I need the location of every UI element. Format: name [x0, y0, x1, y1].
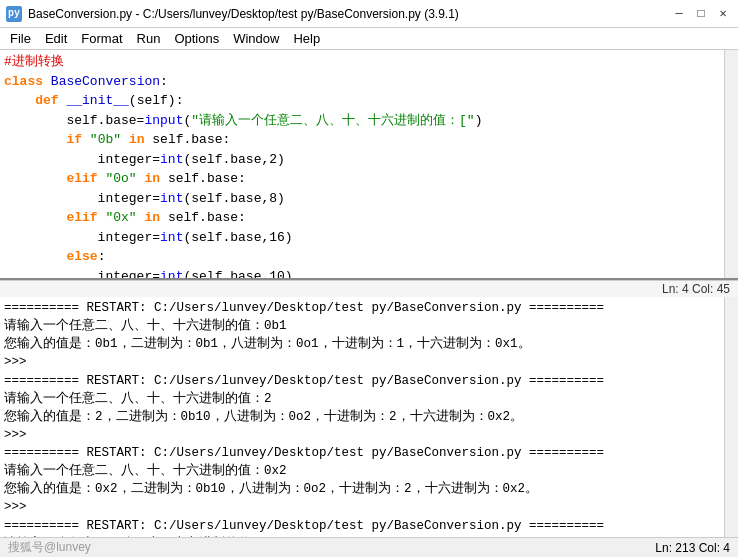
- app-icon: py: [6, 6, 22, 22]
- console-cursor-position: Ln: 213 Col: 4: [655, 541, 730, 555]
- editor-area[interactable]: #进制转换 class BaseConversion: def __init__…: [0, 50, 738, 280]
- menu-edit[interactable]: Edit: [39, 30, 73, 47]
- console-area[interactable]: ========== RESTART: C:/Users/lunvey/Desk…: [0, 297, 738, 537]
- menu-options[interactable]: Options: [168, 30, 225, 47]
- title-text: BaseConversion.py - C:/Users/lunvey/Desk…: [28, 7, 459, 21]
- close-button[interactable]: ✕: [714, 5, 732, 23]
- title-bar: py BaseConversion.py - C:/Users/lunvey/D…: [0, 0, 738, 28]
- editor-status-bar: Ln: 4 Col: 45: [0, 280, 738, 297]
- console-content: ========== RESTART: C:/Users/lunvey/Desk…: [0, 297, 738, 537]
- watermark-text: 搜狐号@lunvey: [8, 539, 91, 556]
- menu-window[interactable]: Window: [227, 30, 285, 47]
- maximize-button[interactable]: □: [692, 5, 710, 23]
- menu-help[interactable]: Help: [287, 30, 326, 47]
- bottom-status-bar: 搜狐号@lunvey Ln: 213 Col: 4: [0, 537, 738, 557]
- menu-run[interactable]: Run: [131, 30, 167, 47]
- minimize-button[interactable]: ─: [670, 5, 688, 23]
- console-scrollbar[interactable]: [724, 297, 738, 537]
- menu-format[interactable]: Format: [75, 30, 128, 47]
- title-controls[interactable]: ─ □ ✕: [670, 5, 732, 23]
- menu-file[interactable]: File: [4, 30, 37, 47]
- editor-cursor-position: Ln: 4 Col: 45: [662, 282, 730, 296]
- editor-content: #进制转换 class BaseConversion: def __init__…: [0, 50, 738, 280]
- editor-scrollbar[interactable]: [724, 50, 738, 278]
- title-left: py BaseConversion.py - C:/Users/lunvey/D…: [6, 6, 459, 22]
- menu-bar: File Edit Format Run Options Window Help: [0, 28, 738, 50]
